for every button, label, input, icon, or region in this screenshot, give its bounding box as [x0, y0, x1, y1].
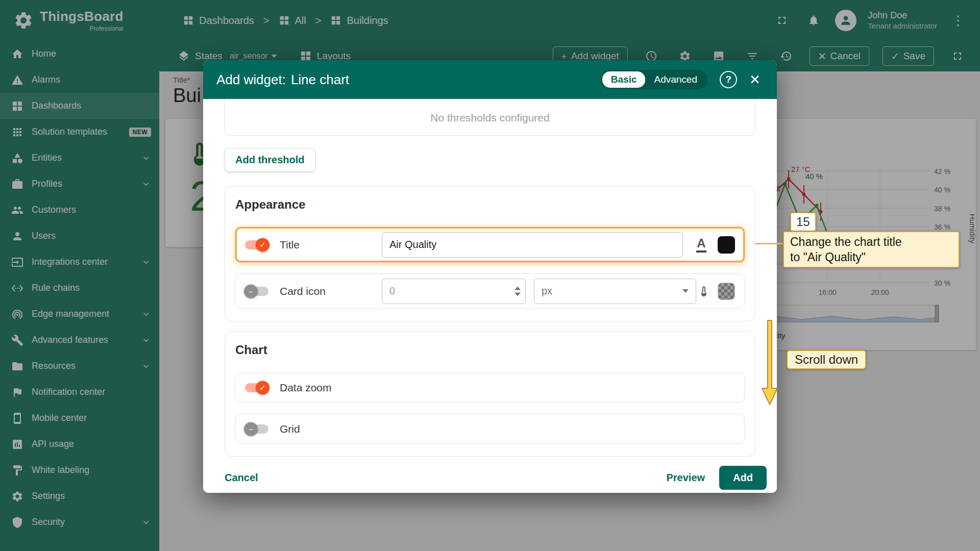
toggle-knob [244, 284, 258, 298]
title-color-swatch[interactable] [718, 236, 735, 254]
tooltip-line-2: to "Air Quality" [790, 249, 952, 265]
dialog-title-prefix: Add widget: [216, 72, 286, 88]
preview-button[interactable]: Preview [667, 472, 705, 484]
icon-size-input[interactable] [382, 279, 526, 304]
toggle-knob [256, 381, 270, 394]
icon-size-field [382, 279, 526, 304]
add-threshold-button[interactable]: Add threshold [225, 148, 315, 172]
card-icon-setting-row: Card icon px [235, 273, 745, 309]
data-zoom-row: Data zoom [235, 372, 745, 403]
thresholds-empty-box: No thresholds configured [225, 99, 755, 136]
dialog-title-widget-name: Line chart [291, 72, 349, 88]
tutorial-step-badge: 15 [790, 212, 816, 232]
card-icon-toggle[interactable] [245, 287, 268, 296]
grid-toggle[interactable] [245, 424, 268, 434]
thresholds-empty-text: No thresholds configured [430, 112, 549, 124]
tutorial-connector-line [755, 243, 784, 244]
data-zoom-toggle[interactable] [245, 383, 268, 392]
tutorial-tooltip: Change the chart title to "Air Quality" [783, 231, 960, 268]
dialog-header: Add widget: Line chart Basic Advanced ? … [203, 60, 777, 99]
basic-advanced-toggle: Basic Advanced [601, 70, 707, 89]
add-button[interactable]: Add [719, 466, 767, 490]
grid-label: Grid [280, 423, 300, 435]
icon-picker-button[interactable] [696, 281, 712, 302]
title-row-label: Title [280, 239, 382, 251]
title-toggle[interactable] [245, 240, 268, 249]
title-setting-row: Title [235, 227, 745, 262]
font-format-icon [696, 237, 706, 253]
appearance-section: Appearance Title Card icon px [225, 186, 755, 321]
dialog-footer: Cancel Preview Add [203, 463, 777, 493]
card-icon-row-label: Card icon [280, 285, 382, 297]
appearance-heading: Appearance [235, 197, 745, 212]
data-zoom-label: Data zoom [280, 382, 332, 394]
dialog-cancel-button[interactable]: Cancel [225, 472, 258, 484]
advanced-mode-button[interactable]: Advanced [645, 71, 706, 88]
caret-down-icon [682, 289, 689, 293]
stepper-up-icon [514, 286, 521, 290]
chart-title-input[interactable] [382, 232, 683, 258]
grid-row: Grid [235, 414, 745, 444]
stepper-down-icon [514, 292, 521, 296]
number-stepper[interactable] [514, 286, 521, 296]
scroll-down-arrow-icon [761, 320, 779, 406]
toggle-knob [256, 238, 270, 252]
toggle-knob [244, 422, 258, 436]
tooltip-line-1: Change the chart title [790, 234, 952, 249]
dialog-body: No thresholds configured Add threshold A… [203, 99, 777, 463]
icon-color-swatch[interactable] [718, 283, 735, 300]
dialog-title: Add widget: Line chart [216, 72, 349, 88]
thermometer-icon [698, 285, 710, 297]
unit-value: px [542, 285, 682, 297]
title-font-settings-button[interactable] [691, 235, 712, 255]
chart-section: Chart Data zoom Grid [225, 331, 755, 457]
basic-mode-button[interactable]: Basic [602, 71, 646, 88]
add-widget-dialog: Add widget: Line chart Basic Advanced ? … [203, 60, 777, 493]
dialog-close-button[interactable]: ✕ [746, 71, 764, 88]
scroll-down-label: Scroll down [787, 350, 866, 369]
icon-size-unit-select[interactable]: px [534, 279, 696, 304]
chart-heading: Chart [235, 343, 745, 357]
help-button[interactable]: ? [720, 71, 737, 88]
